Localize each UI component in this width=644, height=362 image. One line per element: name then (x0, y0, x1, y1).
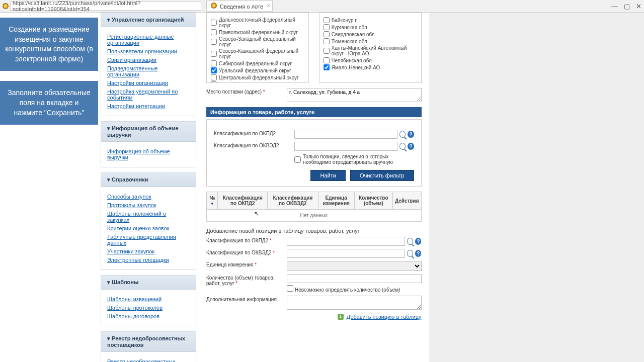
region-item[interactable]: Ханты-Мансийский Автономный округ - Югра… (324, 45, 417, 56)
th-okved2[interactable]: Классификация по ОКВЭД2 (268, 192, 318, 210)
region-checkbox[interactable] (324, 24, 330, 30)
region-list-left[interactable]: Дальневосточный федеральный округПриволж… (206, 13, 309, 83)
sidebar-link[interactable]: Регистрационные данные организации (107, 34, 190, 46)
sidebar-link[interactable]: Критерии оценки заявок (107, 225, 190, 231)
positions-table: № ▼ Классификация по ОКПД2 Классификация… (206, 192, 422, 222)
browser-tab[interactable]: Сведения о лоте × (206, 1, 273, 12)
sidebar-link[interactable]: Настройки интеграции (107, 103, 190, 109)
sidebar-link[interactable]: Подведомственные организации (107, 65, 190, 77)
close-window-icon[interactable]: ✕ (636, 3, 641, 10)
minimize-icon[interactable]: — (611, 3, 618, 10)
add-extra-input[interactable] (287, 296, 422, 310)
region-item[interactable]: Южный федеральный округ (211, 81, 304, 83)
region-checkbox[interactable] (211, 74, 217, 80)
region-item[interactable]: Челябинская обл (324, 57, 417, 63)
add-qty-label: Количество (объем) товаров, работ, услуг (206, 274, 287, 286)
sidebar-link[interactable]: Электронные площадки (107, 257, 190, 263)
th-qty[interactable]: Количество (объем) (354, 192, 392, 210)
th-num[interactable]: № ▼ (207, 192, 218, 210)
region-checkbox[interactable] (211, 67, 217, 73)
region-checkbox[interactable] (211, 39, 217, 45)
region-label: Южный федеральный округ (219, 82, 284, 83)
tab-favicon-icon (211, 3, 217, 9)
sidebar-link[interactable]: Связи организации (107, 57, 190, 63)
region-checkbox[interactable] (211, 60, 217, 66)
sidebar-link[interactable]: Участники закупок (107, 248, 190, 254)
region-label: Свердловская обл (332, 32, 375, 37)
qty-na-checkbox[interactable] (287, 285, 293, 292)
sidebar-link[interactable]: Шаблоны договоров (107, 313, 190, 319)
region-checkbox[interactable] (324, 31, 330, 37)
sidebar-link[interactable]: Пользователи организации (107, 48, 190, 54)
search-icon[interactable] (399, 143, 406, 150)
region-item[interactable]: Дальневосточный федеральный округ (211, 17, 304, 28)
help-icon[interactable]: ? (408, 143, 414, 150)
region-item[interactable]: Ямало-Ненецкий АО (324, 64, 417, 70)
find-button[interactable]: Найти (310, 170, 345, 181)
sidebar-link[interactable]: Реестр недобросовестных поставщиков (107, 358, 190, 362)
sidebar-head-unfair[interactable]: ▾ Реестр недобросовестных поставщиков (101, 332, 196, 352)
search-icon[interactable] (399, 131, 406, 138)
add-okpd2-input[interactable] (287, 237, 405, 246)
filter-okved2-input[interactable] (294, 142, 397, 151)
sidebar-head-revenue[interactable]: ▾ Информация об объеме выручки (101, 122, 196, 142)
region-checkbox[interactable] (324, 64, 330, 70)
search-icon[interactable] (407, 238, 413, 245)
sidebar-link[interactable]: Информация об объеме выручки (107, 148, 190, 160)
help-icon[interactable]: ? (415, 250, 421, 257)
help-icon[interactable]: ? (415, 238, 421, 245)
region-checkbox[interactable] (324, 17, 330, 23)
region-item[interactable]: Приволжский федеральный округ (211, 29, 304, 35)
search-icon[interactable] (407, 250, 413, 257)
close-icon[interactable]: × (267, 3, 270, 9)
region-label: Приволжский федеральный округ (219, 30, 298, 35)
sidebar-head-org[interactable]: ▾ Управление организацией (101, 13, 196, 27)
th-unit[interactable]: Единица измерения (318, 192, 354, 210)
sidebar-link[interactable]: Шаблоны извещений (107, 296, 190, 302)
region-checkbox[interactable] (324, 57, 330, 63)
delivery-address-input[interactable] (287, 88, 422, 102)
add-unit-select[interactable] (287, 261, 422, 271)
sidebar-link[interactable]: Настройки организации (107, 80, 190, 86)
add-section-title: Добавление новой позиции в таблицу товар… (206, 228, 422, 234)
region-item[interactable]: Северо-Западный федеральный округ (211, 36, 304, 47)
region-label: Дальневосточный федеральный округ (219, 17, 304, 28)
th-okpd2[interactable]: Классификация по ОКПД2 (218, 192, 268, 210)
sidebar-link[interactable]: Табличные представления данных (107, 234, 190, 246)
region-label: Ямало-Ненецкий АО (332, 65, 380, 70)
sidebar-head-templates[interactable]: ▾ Шаблоны (101, 276, 196, 290)
region-item[interactable]: Курганская обл (324, 24, 417, 30)
region-checkbox[interactable] (324, 38, 330, 44)
add-okved2-input[interactable] (287, 249, 405, 258)
region-checkbox[interactable] (211, 81, 217, 83)
region-checkbox[interactable] (211, 29, 217, 35)
sidebar-link[interactable]: Способы закупок (107, 194, 190, 200)
region-item[interactable]: Северо-Кавказский федеральный округ (211, 48, 304, 59)
clear-filter-button[interactable]: Очистить фильтр (350, 170, 414, 181)
help-icon[interactable]: ? (408, 131, 414, 138)
add-position-link[interactable]: Добавить позицию в таблицу (347, 314, 422, 320)
table-empty: Нет данных (207, 210, 422, 222)
url-bar[interactable]: https://eis3.lanit.ru/223/purchase/priva… (10, 2, 201, 11)
sidebar-link[interactable]: Настройка уведомлений по событиям (107, 88, 190, 101)
sidebar-link[interactable]: Протоколы закупок (107, 202, 190, 208)
region-label: Северо-Кавказский федеральный округ (219, 48, 304, 59)
sidebar-link[interactable]: Шаблоны положений о закупках (107, 211, 190, 223)
sidebar-link[interactable]: Шаблоны протоколов (107, 305, 190, 311)
region-checkbox[interactable] (211, 20, 217, 26)
main-content: Дальневосточный федеральный округПриволж… (199, 13, 429, 362)
region-checkbox[interactable] (211, 51, 217, 57)
region-item[interactable]: Сибирский федеральный округ (211, 60, 304, 66)
add-qty-input[interactable] (287, 274, 422, 283)
region-list-right[interactable]: Байконур гКурганская облСвердловская обл… (319, 13, 422, 83)
filter-okpd2-input[interactable] (294, 130, 397, 139)
region-checkbox[interactable] (324, 48, 330, 54)
sidebar-head-ref[interactable]: ▾ Справочники (101, 173, 196, 187)
region-item[interactable]: Тюменская обл (324, 38, 417, 44)
region-item[interactable]: Уральский федеральный округ (211, 67, 304, 73)
only-positions-checkbox[interactable] (294, 156, 301, 163)
maximize-icon[interactable]: ▢ (624, 3, 630, 10)
region-item[interactable]: Центральный федеральный округ (211, 74, 304, 80)
region-item[interactable]: Свердловская обл (324, 31, 417, 37)
region-item[interactable]: Байконур г (324, 17, 417, 23)
